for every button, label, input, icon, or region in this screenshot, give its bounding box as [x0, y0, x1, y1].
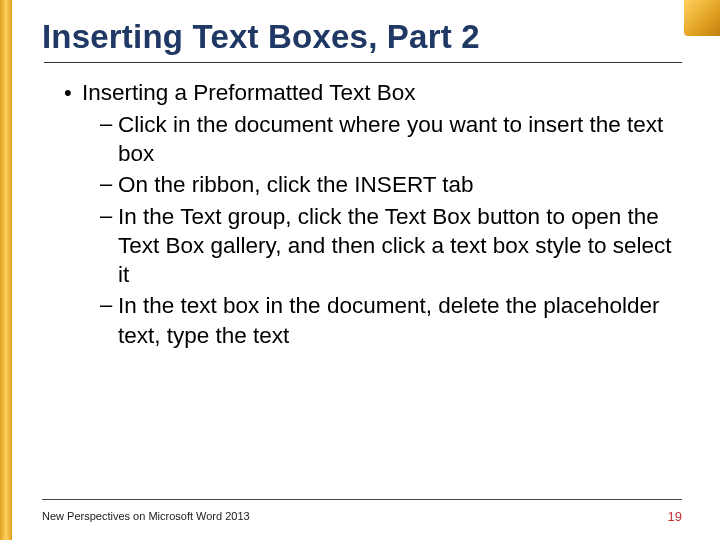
- bullet-text: In the text box in the document, delete …: [118, 293, 660, 347]
- list-item: Click in the document where you want to …: [100, 110, 682, 169]
- list-item: In the text box in the document, delete …: [100, 291, 682, 350]
- page-number: 19: [668, 509, 682, 524]
- bullet-list-level2: Click in the document where you want to …: [82, 110, 682, 350]
- footer-text: New Perspectives on Microsoft Word 2013: [42, 510, 250, 522]
- bullet-text: Click in the document where you want to …: [118, 112, 663, 166]
- slide-content: Inserting a Preformatted Text Box Click …: [42, 79, 682, 350]
- list-item: In the Text group, click the Text Box bu…: [100, 202, 682, 290]
- left-accent-bar: [0, 0, 12, 540]
- bullet-text: Inserting a Preformatted Text Box: [82, 80, 416, 105]
- title-underline: [44, 62, 682, 63]
- slide-body: Inserting Text Boxes, Part 2 Inserting a…: [12, 0, 720, 540]
- bullet-list-level1: Inserting a Preformatted Text Box Click …: [48, 79, 682, 350]
- bullet-text: On the ribbon, click the INSERT tab: [118, 172, 474, 197]
- list-item: On the ribbon, click the INSERT tab: [100, 170, 682, 199]
- footer-divider: [42, 499, 682, 500]
- bullet-text: In the Text group, click the Text Box bu…: [118, 204, 672, 288]
- list-item: Inserting a Preformatted Text Box Click …: [64, 79, 682, 350]
- slide-title: Inserting Text Boxes, Part 2: [42, 18, 682, 56]
